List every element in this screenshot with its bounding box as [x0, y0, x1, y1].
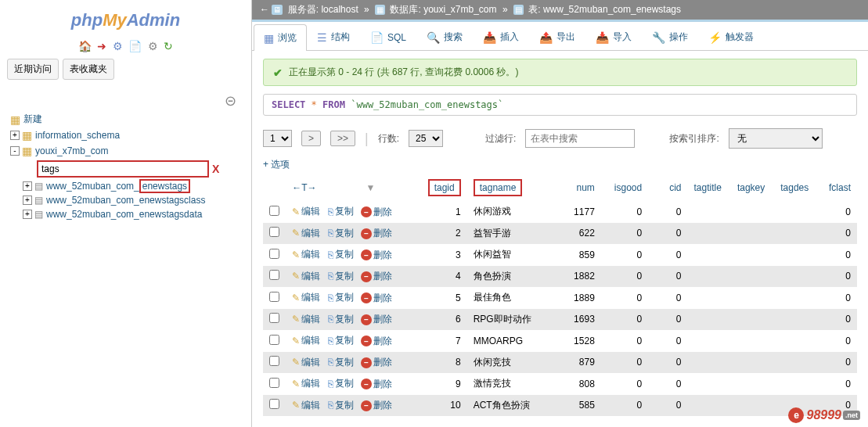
col-tagdes[interactable]: tagdes	[774, 174, 817, 201]
expand-icon[interactable]: +	[23, 181, 32, 191]
col-tagkey[interactable]: tagkey	[731, 174, 774, 201]
sort-handle[interactable]: ←T→ ▼	[292, 182, 375, 193]
tab-recent[interactable]: 近期访问	[7, 59, 59, 80]
last-page-button[interactable]: >>	[330, 131, 355, 146]
tree-db-youxi[interactable]: - ▦ youxi_x7mb_com	[7, 143, 244, 159]
delete-link[interactable]: –删除	[361, 313, 392, 326]
settings-icon[interactable]: ⚙	[148, 40, 158, 52]
reload-icon[interactable]: ↻	[164, 40, 173, 52]
row-checkbox[interactable]	[269, 270, 279, 280]
rows-select[interactable]: 25	[409, 130, 443, 147]
expand-icon[interactable]: +	[10, 131, 20, 140]
delete-link[interactable]: –删除	[361, 249, 392, 262]
expand-icon[interactable]: +	[23, 196, 32, 205]
exit-icon[interactable]: ➜	[97, 40, 106, 52]
tree-table-enewstags[interactable]: + ▤ www_52muban_com_enewstags	[7, 179, 244, 193]
delete-link[interactable]: –删除	[361, 378, 392, 391]
row-checkbox[interactable]	[269, 313, 279, 323]
copy-link[interactable]: ⎘复制	[328, 227, 354, 240]
row-checkbox[interactable]	[269, 249, 279, 259]
copy-link[interactable]: ⎘复制	[328, 270, 354, 283]
row-checkbox[interactable]	[269, 227, 279, 237]
table-row: ✎编辑 ⎘复制 –删除 1 休闲游戏 1177 0 0 0	[263, 201, 857, 223]
page-select[interactable]: 1	[263, 130, 292, 147]
phpmyadmin-logo[interactable]: phpMyAdmin	[4, 4, 247, 37]
gear-icon[interactable]: ⚙	[113, 40, 123, 52]
copy-link[interactable]: ⎘复制	[328, 291, 354, 304]
cell-num: 622	[553, 223, 600, 245]
tree-db-info-schema[interactable]: + ▦ information_schema	[7, 127, 244, 143]
tab-triggers[interactable]: ⚡触发器	[698, 23, 764, 50]
clear-filter-icon[interactable]: X	[212, 163, 219, 175]
tab-browse[interactable]: ▦浏览	[254, 24, 307, 51]
col-tagname[interactable]: tagname	[474, 179, 523, 196]
tab-import[interactable]: 📥导入	[585, 23, 642, 50]
col-cid[interactable]: cid	[648, 174, 687, 201]
delete-link[interactable]: –删除	[361, 399, 392, 412]
table-search-input[interactable]	[525, 129, 635, 148]
options-toggle[interactable]: + 选项	[263, 155, 857, 174]
index-sort-select[interactable]: 无	[729, 128, 823, 149]
tab-structure[interactable]: ☰结构	[307, 23, 360, 50]
edit-link[interactable]: ✎编辑	[292, 291, 320, 304]
row-checkbox[interactable]	[269, 292, 279, 302]
expand-icon[interactable]: +	[23, 210, 32, 219]
edit-link[interactable]: ✎编辑	[292, 313, 320, 326]
breadcrumb-table[interactable]: www_52muban_com_enewstags	[543, 4, 681, 15]
copy-link[interactable]: ⎘复制	[328, 377, 354, 390]
col-num[interactable]: num	[553, 174, 600, 201]
copy-link[interactable]: ⎘复制	[328, 334, 354, 347]
row-checkbox[interactable]	[269, 206, 279, 216]
row-checkbox[interactable]	[269, 335, 279, 345]
edit-link[interactable]: ✎编辑	[292, 377, 320, 390]
row-checkbox[interactable]	[269, 399, 279, 409]
link-icon[interactable]: ⊝	[225, 93, 236, 109]
filter-input[interactable]	[37, 160, 209, 178]
edit-link[interactable]: ✎编辑	[292, 205, 320, 218]
collapse-icon[interactable]: -	[10, 146, 20, 156]
edit-link[interactable]: ✎编辑	[292, 334, 320, 347]
next-page-button[interactable]: >	[301, 131, 321, 146]
delete-icon: –	[361, 379, 372, 389]
tree-table-enewstagsdata[interactable]: + ▤ www_52muban_com_enewstagsdata	[7, 207, 244, 221]
edit-link[interactable]: ✎编辑	[292, 399, 320, 412]
col-tagid[interactable]: tagid	[428, 179, 461, 196]
copy-link[interactable]: ⎘复制	[328, 205, 354, 218]
table-icon: ▤	[513, 5, 524, 15]
row-checkbox[interactable]	[269, 378, 279, 388]
breadcrumb-server[interactable]: localhost	[321, 4, 358, 15]
copy-link[interactable]: ⎘复制	[328, 313, 354, 326]
tree-new[interactable]: ▦ 新建	[7, 111, 244, 127]
tab-favorites[interactable]: 表收藏夹	[63, 59, 114, 80]
cell-num: 1528	[553, 330, 600, 352]
copy-link[interactable]: ⎘复制	[328, 356, 354, 369]
delete-link[interactable]: –删除	[361, 270, 392, 283]
delete-link[interactable]: –删除	[361, 206, 392, 219]
copy-link[interactable]: ⎘复制	[328, 248, 354, 261]
delete-link[interactable]: –删除	[361, 227, 392, 240]
delete-link[interactable]: –删除	[361, 292, 392, 305]
cell-isgood: 0	[601, 373, 648, 395]
col-fclast[interactable]: fclast	[818, 174, 857, 201]
tab-export[interactable]: 📤导出	[529, 23, 585, 50]
home-icon[interactable]: 🏠	[78, 40, 92, 52]
edit-link[interactable]: ✎编辑	[292, 227, 320, 240]
tree-table-enewstagsclass[interactable]: + ▤ www_52muban_com_enewstagsclass	[7, 193, 244, 207]
cell-num: 879	[553, 352, 600, 374]
edit-link[interactable]: ✎编辑	[292, 248, 320, 261]
breadcrumb-db[interactable]: youxi_x7mb_com	[423, 4, 496, 15]
copy-link[interactable]: ⎘复制	[328, 399, 354, 412]
tab-insert[interactable]: 📥插入	[473, 23, 529, 50]
cell-isgood: 0	[601, 287, 648, 309]
delete-link[interactable]: –删除	[361, 356, 392, 369]
edit-link[interactable]: ✎编辑	[292, 270, 320, 283]
edit-link[interactable]: ✎编辑	[292, 356, 320, 369]
delete-link[interactable]: –删除	[361, 335, 392, 348]
col-isgood[interactable]: isgood	[601, 174, 648, 201]
tab-search[interactable]: 🔍搜索	[416, 23, 473, 50]
tab-sql[interactable]: 📄SQL	[360, 23, 416, 50]
col-tagtitle[interactable]: tagtitle	[688, 174, 731, 201]
tab-operations[interactable]: 🔧操作	[642, 23, 698, 50]
docs-icon[interactable]: 📄	[128, 40, 142, 52]
row-checkbox[interactable]	[269, 356, 279, 366]
